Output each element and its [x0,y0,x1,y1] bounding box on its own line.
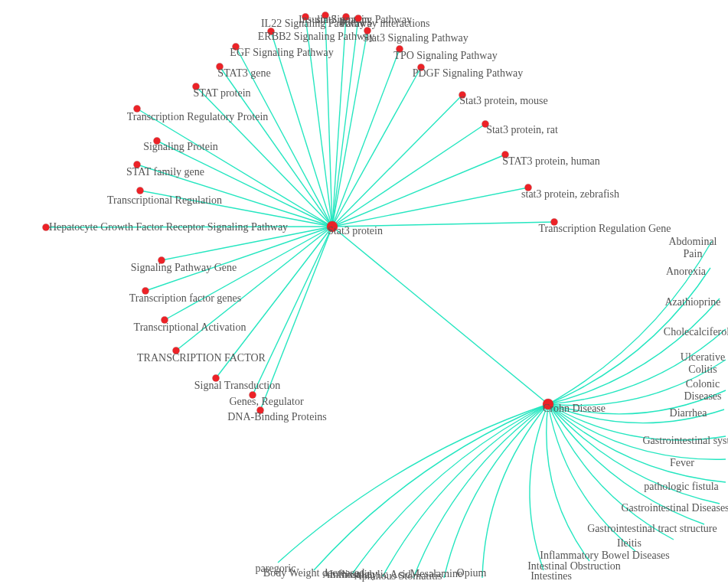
node-dot[interactable] [418,64,425,71]
node-label: Intestines [530,570,572,582]
node-label: Transcription Regulation Gene [539,223,671,235]
node-dot[interactable] [158,257,165,264]
graph-node[interactable] [322,12,329,19]
graph-node[interactable] [268,28,275,35]
graph-node[interactable] [134,106,141,113]
node-dot[interactable] [43,224,50,231]
graph-node[interactable] [397,46,403,53]
node-label: Cholecalciferol [664,326,728,338]
edge [548,404,674,540]
graph-node[interactable] [327,221,338,232]
graph-node[interactable] [459,92,466,99]
node-label: Gastrointestinal tract structure [587,523,717,535]
graph-node[interactable] [162,317,168,324]
node-dot[interactable] [355,15,362,22]
edge [548,404,726,459]
node-dot[interactable] [268,28,275,35]
node-dot[interactable] [250,392,256,399]
edge [260,227,332,410]
graph-node[interactable] [193,83,200,90]
edge [305,17,332,227]
edge [383,404,548,576]
graph-node[interactable] [418,64,425,71]
node-dot[interactable] [213,375,220,382]
node-dot[interactable] [327,221,338,232]
node-label: TRANSCRIPTION FACTOR [137,352,266,364]
node-dot[interactable] [502,152,509,158]
node-label: Infliximab [329,569,374,581]
node-dot[interactable] [142,288,149,295]
graph-node[interactable] [482,121,489,128]
graph-node[interactable] [134,161,141,168]
node-dot[interactable] [173,347,180,354]
edge [548,390,726,414]
node-label: Ulcerative Colitis [668,351,728,376]
graph-node[interactable] [355,15,362,22]
node-dot[interactable] [397,46,403,53]
node-dot[interactable] [302,14,309,21]
graph-node[interactable] [43,224,50,231]
graph-node[interactable] [551,219,558,226]
node-dot[interactable] [551,219,558,226]
edge [548,299,720,404]
edge [548,404,726,482]
node-dot[interactable] [482,121,489,128]
edge [332,31,367,227]
node-label: Mesalamine [410,568,462,580]
node-label: Stat3 protein, rat [486,124,558,136]
graph-node[interactable] [250,392,256,399]
node-dot[interactable] [154,138,161,145]
graph-node[interactable] [217,64,224,70]
graph-node[interactable] [137,188,144,194]
graph-node[interactable] [173,347,180,354]
edge [548,404,635,551]
edge [482,404,548,578]
graph-node[interactable] [213,375,220,382]
node-dot[interactable] [543,399,553,409]
edge [548,360,726,406]
graph-node[interactable] [364,28,371,34]
node-dot[interactable] [217,64,224,70]
graph-node[interactable] [233,44,240,51]
graph-node[interactable] [502,152,509,158]
edge [548,404,720,504]
node-label: PDGF Signaling Pathway [413,67,524,80]
graph-node[interactable] [154,138,161,145]
edge [46,227,332,227]
edge [271,31,332,227]
node-dot[interactable] [343,14,350,21]
graph-node[interactable] [302,14,309,21]
edge [278,404,548,563]
node-dot[interactable] [233,44,240,51]
node-label: Body Weight decreased [263,567,364,579]
edge [236,47,332,227]
node-label: Transcriptional Regulation [107,194,222,207]
edge [137,109,332,227]
node-dot[interactable] [525,184,532,191]
node-dot[interactable] [162,317,168,324]
node-dot[interactable] [257,407,264,414]
edge [413,404,548,578]
graph-node[interactable] [543,399,553,409]
node-label: Signaling Pathway Gene [131,262,237,274]
node-dot[interactable] [459,92,466,99]
graph-node[interactable] [257,407,264,414]
node-dot[interactable] [193,83,200,90]
graph-node[interactable] [142,288,149,295]
node-dot[interactable] [322,12,329,19]
node-dot[interactable] [134,161,141,168]
node-dot[interactable] [364,28,371,34]
node-dot[interactable] [134,106,141,113]
graph-node[interactable] [158,257,165,264]
node-label: Fever [670,457,694,469]
graph-node[interactable] [525,184,532,191]
edge [137,165,332,227]
node-label: Gastrointestinal Diseases [621,502,728,514]
graph-node[interactable] [343,14,350,21]
node-label: Stat3 protein, mouse [459,95,548,107]
edge [145,227,332,291]
node-dot[interactable] [137,188,144,194]
edge [548,404,724,423]
edge [176,227,332,351]
node-label: paregoric [256,563,296,575]
